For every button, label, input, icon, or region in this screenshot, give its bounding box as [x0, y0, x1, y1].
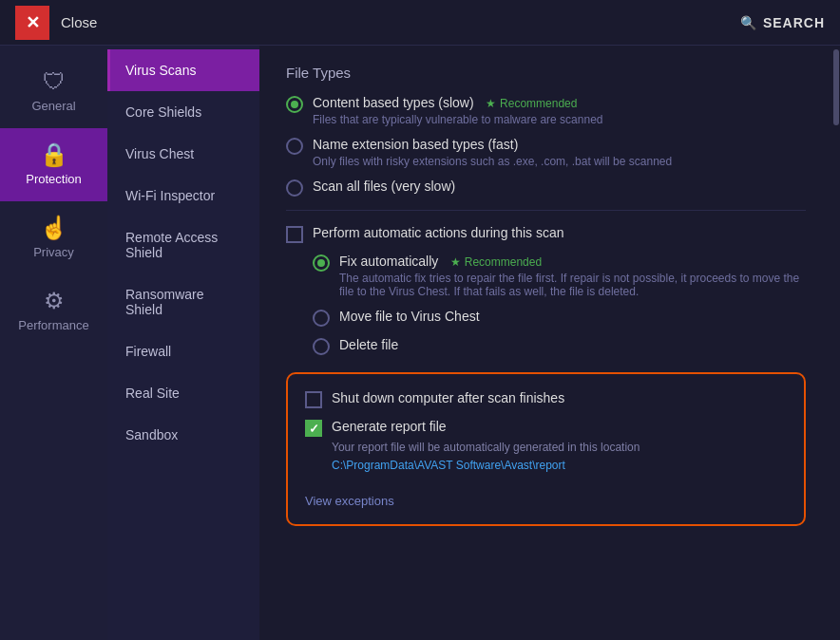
radio-scan-all-circle — [286, 179, 303, 197]
radio-fix-auto-circle — [313, 254, 330, 272]
main-layout: 🛡 General 🔒 Protection ☝ Privacy ⚙ Perfo… — [0, 46, 840, 640]
recommended-badge-content: ★ Recommended — [486, 97, 577, 110]
sidebar-item-general[interactable]: 🛡 General — [0, 55, 107, 128]
radio-content-based-circle — [286, 96, 303, 113]
report-path: C:\ProgramData\AVAST Software\Avast\repo… — [332, 459, 565, 472]
checkbox-auto-actions-text: Perform automatic actions during this sc… — [313, 224, 564, 241]
checkbox-generate-report-text: Generate report file Your report file wi… — [332, 418, 640, 475]
sidebar-item-protection-label: Protection — [26, 172, 82, 186]
checkbox-generate-report[interactable]: Generate report file Your report file wi… — [305, 418, 787, 475]
checkbox-auto-actions-box — [286, 226, 303, 243]
radio-name-extension[interactable]: Name extension based types (fast) Only f… — [286, 136, 806, 168]
radio-fix-auto-text: Fix automatically ★ Recommended The auto… — [339, 253, 806, 298]
submenu-wifi-inspector[interactable]: Wi-Fi Inspector — [107, 175, 259, 216]
checkbox-auto-actions[interactable]: Perform automatic actions during this sc… — [286, 224, 806, 243]
submenu-remote-access[interactable]: Remote Access Shield — [107, 216, 259, 273]
checkbox-shutdown-box — [305, 391, 322, 408]
submenu-sandbox[interactable]: Sandbox — [107, 414, 259, 456]
radio-fix-auto[interactable]: Fix automatically ★ Recommended The auto… — [313, 253, 806, 298]
separator-1 — [286, 210, 806, 211]
sidebar-item-performance-label: Performance — [18, 318, 88, 332]
submenu-virus-chest[interactable]: Virus Chest — [107, 133, 259, 175]
radio-name-extension-circle — [286, 138, 303, 155]
radio-content-based[interactable]: Content based types (slow) ★ Recommended… — [286, 94, 806, 126]
checkbox-generate-report-box — [305, 420, 322, 437]
radio-move-virus-chest[interactable]: Move file to Virus Chest — [313, 308, 806, 327]
close-label: Close — [61, 14, 97, 30]
highlight-box: Shut down computer after scan finishes G… — [286, 372, 806, 526]
icon-sidebar: 🛡 General 🔒 Protection ☝ Privacy ⚙ Perfo… — [0, 46, 107, 640]
sidebar-item-privacy[interactable]: ☝ Privacy — [0, 201, 107, 274]
submenu-real-site[interactable]: Real Site — [107, 372, 259, 414]
star-icon-fix: ★ — [450, 255, 461, 269]
submenu-firewall[interactable]: Firewall — [107, 330, 259, 372]
sidebar-item-privacy-label: Privacy — [33, 245, 74, 259]
scrollbar-thumb — [833, 49, 839, 125]
submenu-virus-scans[interactable]: Virus Scans — [107, 49, 259, 91]
radio-scan-all[interactable]: Scan all files (very slow) — [286, 178, 806, 197]
file-types-title: File Types — [286, 65, 806, 81]
checkbox-shutdown[interactable]: Shut down computer after scan finishes — [305, 389, 787, 408]
topbar: ✕ Close 🔍 SEARCH — [0, 0, 840, 46]
radio-move-circle — [313, 310, 330, 327]
radio-content-based-text: Content based types (slow) ★ Recommended… — [313, 94, 602, 126]
radio-move-text: Move file to Virus Chest — [339, 308, 480, 325]
recommended-badge-fix: ★ Recommended — [450, 255, 542, 269]
right-scrollbar[interactable] — [832, 46, 840, 640]
report-location: Your report file will be automatically g… — [332, 439, 640, 475]
protection-icon: 🔒 — [40, 143, 68, 166]
sidebar-item-protection[interactable]: 🔒 Protection — [0, 128, 107, 201]
search-area[interactable]: 🔍 SEARCH — [740, 15, 825, 30]
star-icon: ★ — [486, 97, 496, 110]
radio-delete-text: Delete file — [339, 336, 398, 353]
submenu-ransomware[interactable]: Ransomware Shield — [107, 273, 259, 330]
sub-sidebar: Virus Scans Core Shields Virus Chest Wi-… — [107, 46, 259, 640]
submenu-core-shields[interactable]: Core Shields — [107, 91, 259, 133]
radio-delete-circle — [313, 338, 330, 355]
checkbox-shutdown-text: Shut down computer after scan finishes — [332, 389, 564, 406]
radio-scan-all-text: Scan all files (very slow) — [313, 178, 455, 195]
privacy-icon: ☝ — [40, 216, 68, 239]
radio-delete-file[interactable]: Delete file — [313, 336, 806, 355]
performance-icon: ⚙ — [44, 290, 65, 312]
search-label: SEARCH — [763, 15, 825, 30]
close-button[interactable]: ✕ — [15, 6, 49, 40]
sidebar-item-performance[interactable]: ⚙ Performance — [0, 274, 107, 348]
radio-name-extension-text: Name extension based types (fast) Only f… — [313, 136, 672, 168]
search-icon: 🔍 — [740, 15, 757, 30]
view-exceptions-link[interactable]: View exceptions — [305, 494, 394, 508]
topbar-left: ✕ Close — [15, 6, 97, 40]
sidebar-item-general-label: General — [31, 99, 75, 113]
general-icon: 🛡 — [43, 70, 66, 93]
main-content: File Types Content based types (slow) ★ … — [259, 46, 832, 640]
